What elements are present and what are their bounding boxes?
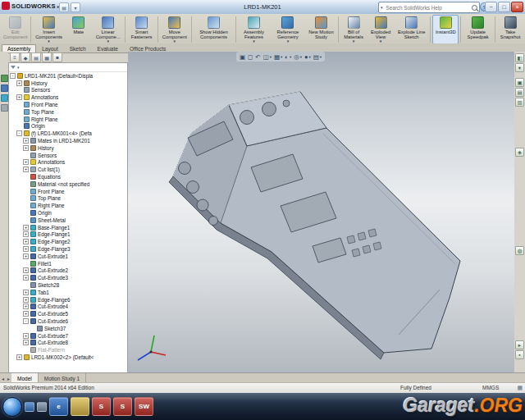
apply-scene-icon[interactable]: ▤▾	[313, 52, 322, 62]
ribbon-button-new-motion-study[interactable]: New Motion Study	[306, 15, 336, 44]
tree-item-front-plane[interactable]: Front Plane	[9, 101, 127, 108]
ribbon-button-edit-component[interactable]: Edit Component	[2, 15, 29, 44]
zoom-fit-icon[interactable]: ▣	[239, 52, 246, 62]
tab-layout[interactable]: Layout	[36, 44, 64, 52]
expand-toggle[interactable]: +	[16, 94, 22, 100]
tab-evaluate[interactable]: Evaluate	[92, 44, 124, 52]
expand-toggle[interactable]: +	[16, 354, 22, 360]
tree-filter-row[interactable]: ▾	[9, 63, 127, 72]
tree-item-fillet1[interactable]: Fillet1	[9, 260, 127, 267]
expand-toggle[interactable]: +	[23, 159, 29, 165]
tree-item-history[interactable]: +History	[9, 144, 127, 152]
tree-item-lrd1-mk002-2-default[interactable]: +LRD1-MK002<2> (Default<	[9, 354, 127, 361]
right-tool-top-2[interactable]: ▾	[515, 63, 524, 72]
tree-item-top-plane[interactable]: Top Plane	[9, 195, 127, 203]
expand-toggle[interactable]: -	[16, 130, 22, 136]
expand-toggle[interactable]: +	[23, 167, 29, 172]
expand-toggle[interactable]: -	[10, 73, 16, 79]
tree-item-sketch28[interactable]: Sketch28	[9, 281, 127, 289]
edit-appearance-icon[interactable]: ●▾	[304, 52, 312, 62]
expand-toggle[interactable]: +	[23, 253, 29, 259]
tree-item-cut-extrude7[interactable]: +Cut-Extrude7	[9, 332, 127, 340]
expand-toggle[interactable]: +	[23, 267, 29, 273]
ribbon-button-move-component[interactable]: Move Component▾	[160, 15, 189, 44]
tree-item-cut-list-1[interactable]: +Cut list(1)	[9, 166, 127, 173]
expand-toggle[interactable]: +	[23, 231, 29, 237]
expand-toggle[interactable]: +	[23, 145, 29, 151]
left-toolbar-icon-4[interactable]	[1, 104, 8, 112]
right-tool-mid-2[interactable]: ◍	[515, 246, 524, 255]
tree-item-right-plane[interactable]: Right Plane	[9, 116, 127, 123]
ribbon-button-explode-line-sketch[interactable]: Explode Line Sketch	[395, 15, 428, 44]
tree-item-cut-extrude6[interactable]: -Cut-Extrude6	[9, 317, 127, 325]
close-button[interactable]: ×	[511, 2, 523, 12]
hide-show-items-icon[interactable]: ◎▾	[293, 52, 303, 62]
expand-toggle[interactable]: +	[23, 311, 29, 317]
search-input[interactable]	[385, 4, 470, 11]
expand-toggle[interactable]: -	[23, 318, 29, 324]
model-part[interactable]	[128, 52, 514, 373]
left-toolbar-icon-3[interactable]	[1, 94, 8, 102]
ribbon-button-update-speedpak[interactable]: Update Speedpak	[463, 15, 493, 44]
dimxpertmanager-tab-icon[interactable]: ▦	[42, 52, 52, 62]
tree-item-sensors[interactable]: Sensors	[9, 152, 127, 159]
display-style-icon[interactable]: ◐▾	[284, 52, 292, 62]
right-tool-bottom-1[interactable]: ▸	[515, 340, 524, 349]
ribbon-button-assembly-features[interactable]: Assembly Features▾	[238, 15, 270, 44]
tree-item-cut-extrude4[interactable]: +Cut-Extrude4	[9, 304, 127, 311]
start-button[interactable]	[2, 397, 22, 417]
browser-icon[interactable]: e	[49, 397, 68, 416]
tree-item-cut-extrude2[interactable]: +Cut-Extrude2	[9, 267, 127, 275]
tree-item-origin[interactable]: Origin	[9, 123, 127, 130]
units-indicator[interactable]: MMGS	[482, 385, 499, 390]
app-red-icon-2[interactable]: S	[113, 397, 132, 416]
tree-item-sensors[interactable]: Sensors	[9, 87, 127, 94]
tree-item-edge-flange1[interactable]: +Edge-Flange1	[9, 231, 127, 239]
view-orientation-icon[interactable]: ▦▾	[273, 52, 283, 62]
tree-item-base-flange1[interactable]: +Base-Flange1	[9, 224, 127, 231]
tree-item-f-lrd1-mk001-4-defa[interactable]: -(f) LRD1-MK001<4> (Defa	[9, 130, 127, 137]
tree-item-cut-extrude1[interactable]: +Cut-Extrude1	[9, 253, 127, 260]
solidworks-app-icon[interactable]: SW	[135, 397, 153, 416]
tree-item-origin[interactable]: Origin	[9, 209, 127, 217]
tree-item-annotations[interactable]: +Annotations	[9, 94, 127, 101]
tree-item-annotations[interactable]: +Annotations	[9, 159, 127, 167]
right-tool-group-3[interactable]: ▥	[515, 98, 524, 107]
options-menu-icon[interactable]: ▾	[71, 2, 80, 12]
tree-item-sheet-metal[interactable]: Sheet-Metal	[9, 217, 127, 224]
expand-toggle[interactable]: +	[23, 304, 29, 309]
configurationmanager-tab-icon[interactable]: ▤	[31, 52, 41, 62]
ribbon-button-reference-geometry[interactable]: Reference Geometry▾	[271, 15, 305, 44]
search-icon[interactable]	[472, 5, 477, 11]
graphics-viewport[interactable]	[128, 52, 514, 373]
expand-toggle[interactable]: +	[23, 275, 29, 281]
tree-item-edge-flange6[interactable]: +Edge-Flange6	[9, 296, 127, 304]
tree-item-edge-flange2[interactable]: +Edge-Flange2	[9, 238, 127, 245]
right-tool-mid-1[interactable]: ◈	[515, 148, 524, 157]
solidworks-logo[interactable]: SOLIDWORKS ▸	[2, 2, 60, 10]
tree-item-material-not-specified[interactable]: Material <not specified	[9, 180, 127, 188]
ribbon-button-linear-compone[interactable]: Linear Compone...▾	[93, 15, 124, 44]
tree-item-tab1[interactable]: +Tab1	[9, 289, 127, 296]
help-search-box[interactable]: ▾	[378, 2, 480, 13]
tree-item-cut-extrude3[interactable]: +Cut-Extrude3	[9, 274, 127, 281]
tree-item-lrd1-mk201-default-displa[interactable]: -LRD1-MK201 (Default<Displa	[9, 72, 127, 80]
tree-item-equations[interactable]: Equations	[9, 173, 127, 180]
tree-item-mates-in-lrd1-mk201[interactable]: +Mates in LRD1-MK201	[9, 137, 127, 144]
app-red-icon-1[interactable]: S	[92, 397, 111, 416]
expand-toggle[interactable]: +	[23, 333, 29, 339]
right-tool-bottom-2[interactable]: ▪	[515, 350, 524, 359]
maximize-button[interactable]: □	[498, 2, 510, 12]
tree-item-top-plane[interactable]: Top Plane	[9, 108, 127, 116]
previous-view-icon[interactable]: ↶	[254, 52, 261, 62]
displaymanager-tab-icon[interactable]: ■	[52, 52, 62, 62]
quicklaunch-icon-1[interactable]	[25, 402, 34, 412]
ribbon-button-instant3d[interactable]: Instant3D	[432, 15, 459, 44]
zoom-area-icon[interactable]: ◻	[247, 52, 253, 62]
expand-toggle[interactable]: +	[23, 340, 29, 345]
ribbon-button-exploded-view[interactable]: Exploded View▾	[368, 15, 394, 44]
ribbon-button-bill-of-materials[interactable]: Bill of Materials▾	[340, 15, 367, 44]
ribbon-button-show-hidden-components[interactable]: Show Hidden Components	[194, 15, 234, 44]
right-tool-top-1[interactable]: ◧	[515, 53, 524, 62]
tree-item-right-plane[interactable]: Right Plane	[9, 202, 127, 209]
